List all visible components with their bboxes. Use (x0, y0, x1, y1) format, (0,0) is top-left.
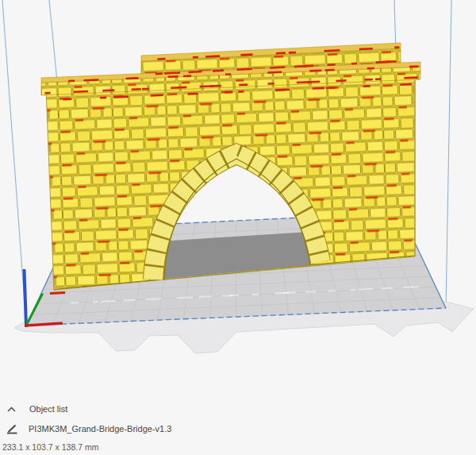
object-list-title: Object list (29, 404, 67, 414)
object-name: PI3MK3M_Grand-Bridge-Bridge-v1.3 (29, 424, 171, 434)
scene-3d[interactable] (0, 0, 476, 455)
object-list-header[interactable]: Object list (6, 404, 67, 414)
chevron-up-icon[interactable] (6, 406, 17, 413)
mesh-type-icon (6, 423, 18, 434)
model-dimensions: 233.1 x 103.7 x 138.7 mm (2, 442, 98, 452)
overhang-mark-base (50, 293, 65, 294)
viewport-3d[interactable]: Object list PI3MK3M_Grand-Bridge-Bridge-… (0, 0, 476, 455)
object-list-item[interactable]: PI3MK3M_Grand-Bridge-Bridge-v1.3 (6, 423, 171, 434)
axis-z (25, 271, 27, 326)
